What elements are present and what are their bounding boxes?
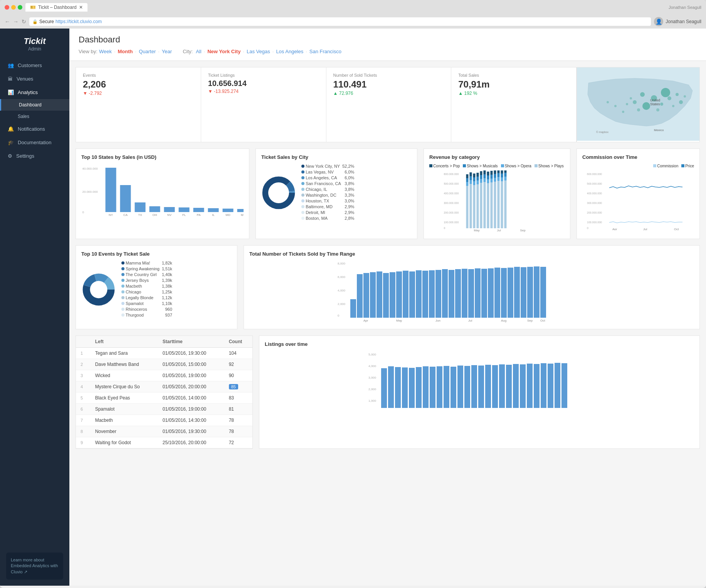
sidebar-sublabel-dashboard: Dashboard [19,102,42,108]
legend-spamalot: Spamalot1,10k [121,301,172,306]
svg-text:FL: FL [182,213,186,217]
svg-rect-143 [363,273,369,318]
svg-text:200.000.000: 200.000.000 [444,211,459,214]
svg-rect-195 [464,366,470,408]
table-row: 2 Dave Matthews Band 01/05/2016, 15:00:0… [76,359,252,370]
svg-rect-163 [494,268,500,318]
svg-text:NY: NY [109,213,113,217]
svg-rect-72 [473,185,476,228]
sidebar-footer-card[interactable]: Learn more about Embedded Analytics with… [6,553,63,580]
sidebar-item-customers[interactable]: 👥 Customers [0,59,69,72]
svg-rect-110 [504,173,507,177]
svg-rect-100 [498,181,500,228]
sidebar-label-venues: Venues [17,76,33,82]
view-year[interactable]: Year [162,49,172,54]
sidebar-item-venues[interactable]: 🏛 Venues [0,72,69,86]
address-bar[interactable]: 🔒 Secure https://tickit.cluvio.com [29,17,651,26]
sidebar-footer-text: Learn more about Embedded Analytics with… [11,558,58,574]
city-los-angeles[interactable]: Los Angeles [276,49,303,54]
svg-rect-102 [498,173,500,177]
sidebar-item-analytics[interactable]: 📊 Analytics [0,86,69,99]
table-row: 7 Macbeth 01/05/2016, 14:30:00 78 [76,415,252,426]
svg-point-15 [672,105,674,107]
svg-text:Mexico: Mexico [654,128,664,132]
svg-rect-161 [481,269,487,318]
view-month[interactable]: Month [118,49,133,54]
stat-sold-label: Number of Sold Tickets [333,73,444,78]
svg-rect-200 [499,364,505,408]
tickets-time-card: Total Number of Tickets Sold by Time Ran… [244,245,700,329]
city-all[interactable]: All [196,49,201,54]
revenue-svg: 600.000.000 500.000.000 400.000.000 300.… [429,170,565,232]
svg-point-13 [679,100,683,104]
svg-rect-64 [466,186,469,228]
legend-spring: Spring Awakening1,51k [121,266,172,271]
svg-rect-75 [473,174,476,177]
svg-text:0: 0 [587,227,588,229]
svg-rect-105 [501,177,503,181]
svg-rect-92 [491,182,493,228]
svg-rect-65 [466,182,469,186]
stat-events-change: ▼ -2.792 [83,91,194,96]
tab-close-button[interactable]: ✕ [79,5,83,10]
events-donut-title: Top 10 Events by Ticket Sale [81,251,232,257]
col-count: Count [224,336,252,348]
sidebar-subitem-dashboard[interactable]: Dashboard [0,99,69,111]
table-row: 5 Black Eyed Peas 01/05/2016, 14:00:00 8… [76,393,252,404]
svg-text:4,000: 4,000 [368,364,377,368]
city-donut-svg [261,175,296,210]
svg-rect-101 [498,177,500,181]
city-label: City: [183,49,193,54]
svg-rect-157 [455,269,461,318]
svg-text:3,000: 3,000 [368,376,377,379]
sidebar-item-settings[interactable]: ⚙ Settings [0,149,69,163]
svg-point-11 [630,97,632,99]
svg-point-1 [661,88,670,97]
sidebar-label-analytics: Analytics [18,89,38,95]
back-button[interactable]: ← [5,19,10,25]
documentation-icon: 🎓 [8,140,14,145]
svg-rect-207 [548,364,553,408]
city-las-vegas[interactable]: Las Vegas [247,49,270,54]
svg-rect-81 [480,179,482,183]
svg-text:8,000: 8,000 [338,262,346,265]
svg-rect-71 [470,172,472,176]
svg-text:300.000.000: 300.000.000 [444,202,459,204]
sidebar-item-notifications[interactable]: 🔔 Notifications [0,122,69,136]
svg-text:0: 0 [82,211,84,214]
legend-nyc: New York City, NY52,2% [301,164,354,168]
svg-rect-82 [480,175,482,179]
filter-row: View by: Week · Month · Quarter · Year C… [79,49,697,54]
browser-titlebar: 🎫 Tickit – Dashboard ✕ Jonathan Seagull [0,0,706,15]
svg-rect-86 [484,174,486,178]
sidebar-item-documentation[interactable]: 🎓 Documentation [0,136,69,149]
svg-rect-32 [193,208,204,212]
svg-rect-196 [471,365,477,408]
us-map-card: United States Mexico © mapbox [577,67,700,142]
browser-window: 🎫 Tickit – Dashboard ✕ Jonathan Seagull … [0,0,706,588]
maximize-window-button[interactable] [18,5,22,10]
forward-button[interactable]: → [13,19,18,25]
svg-rect-198 [485,365,491,408]
svg-point-18 [607,101,609,103]
close-window-button[interactable] [5,5,9,10]
legend-musicals: Shows > Musicals [463,164,498,168]
city-san-francisco[interactable]: San Francisco [309,49,341,54]
svg-rect-154 [435,270,441,318]
svg-point-4 [633,100,637,104]
svg-rect-30 [164,207,175,212]
svg-rect-160 [475,268,481,318]
browser-tab[interactable]: 🎫 Tickit – Dashboard ✕ [25,3,87,12]
svg-rect-97 [494,178,496,182]
svg-rect-111 [504,170,507,173]
svg-text:Sep: Sep [520,229,526,232]
table-row: 6 Spamalot 01/05/2016, 19:00:00 81 [76,404,252,415]
svg-point-135 [90,281,108,298]
view-week[interactable]: Week [99,49,112,54]
sidebar-subitem-sales[interactable]: Sales [0,111,69,122]
view-quarter[interactable]: Quarter [139,49,156,54]
svg-rect-183 [381,368,387,408]
minimize-window-button[interactable] [11,5,16,10]
city-nyc[interactable]: New York City [207,49,240,54]
refresh-button[interactable]: ↻ [22,19,26,25]
